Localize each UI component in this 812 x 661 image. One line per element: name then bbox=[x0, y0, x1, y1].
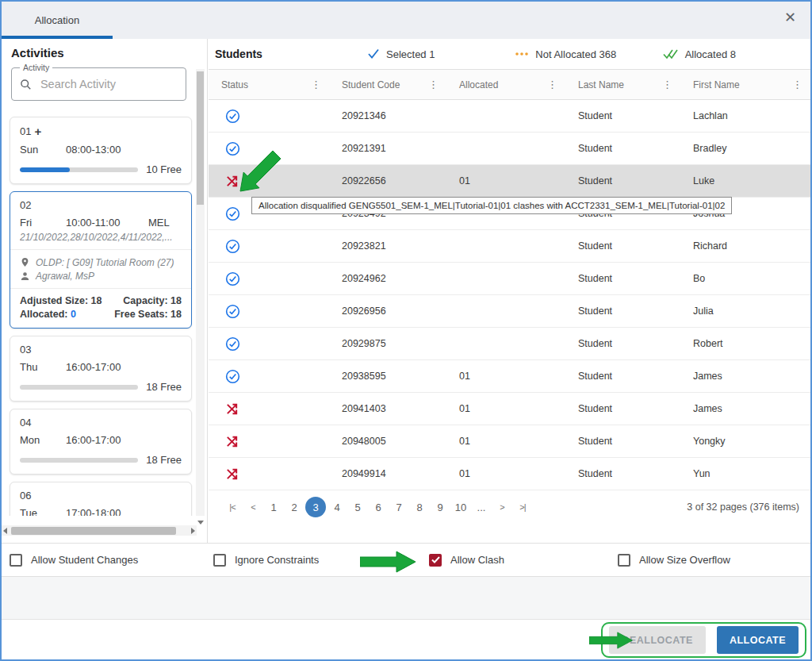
page-number[interactable]: 8 bbox=[410, 497, 429, 517]
scroll-right-icon[interactable] bbox=[191, 528, 195, 534]
checkbox-ignore-constraints[interactable]: Ignore Constraints bbox=[213, 544, 319, 576]
page-number[interactable]: 10 bbox=[451, 497, 470, 517]
student-row[interactable]: 20949914 01 Student Yun bbox=[209, 458, 810, 490]
checkbox-allow-student-changes[interactable]: Allow Student Changes bbox=[10, 544, 138, 576]
kebab-icon[interactable]: ⋮ bbox=[791, 79, 804, 90]
page-number[interactable]: 6 bbox=[369, 497, 388, 517]
allocation-dialog: Allocation ✕ Activities Activity 01 + Su… bbox=[0, 0, 812, 661]
page-ellipsis[interactable]: ... bbox=[472, 497, 491, 517]
double-check-icon bbox=[663, 48, 679, 60]
activity-staff: Agrawal, MsP bbox=[36, 271, 94, 282]
students-table-header: Status ⋮ Student Code ⋮ Allocated ⋮ Last… bbox=[209, 69, 810, 100]
vertical-scrollbar[interactable] bbox=[196, 69, 205, 516]
kebab-icon[interactable]: ⋮ bbox=[427, 79, 440, 90]
person-icon bbox=[20, 271, 30, 282]
add-icon[interactable]: + bbox=[34, 125, 41, 138]
activity-card[interactable]: 02 Fri 10:00-11:00 MEL 21/10/2022,28/10/… bbox=[10, 191, 192, 329]
horizontal-scrollbar[interactable] bbox=[2, 525, 197, 536]
page-next-button[interactable]: > bbox=[492, 497, 511, 517]
activity-card[interactable]: 04 Mon 16:00-17:00 18 Free bbox=[10, 409, 192, 475]
activity-time: 08:00-13:00 bbox=[66, 144, 182, 156]
student-row[interactable]: 20923821 Student Richard bbox=[209, 230, 810, 263]
horizontal-scrollbar-thumb[interactable] bbox=[11, 527, 176, 535]
deallocate-button[interactable]: DEALLOCATE bbox=[609, 626, 706, 654]
cell-student-code: 20923821 bbox=[329, 240, 446, 252]
kebab-icon[interactable]: ⋮ bbox=[309, 79, 323, 90]
kebab-icon[interactable]: ⋮ bbox=[546, 79, 559, 90]
checkbox-box[interactable] bbox=[10, 554, 22, 567]
activity-card[interactable]: 01 + Sun 08:00-13:00 10 Free bbox=[10, 117, 192, 184]
status-clash-icon bbox=[225, 175, 239, 188]
column-header-student-code[interactable]: Student Code ⋮ bbox=[329, 70, 446, 99]
student-row[interactable]: 20929875 Student Robert bbox=[209, 328, 810, 360]
cell-first-name: Bo bbox=[680, 273, 810, 284]
student-row[interactable]: 20941403 01 Student James bbox=[209, 393, 810, 425]
checkbox-box[interactable] bbox=[213, 554, 226, 567]
summary-selected: Selected 1 bbox=[367, 48, 515, 60]
scroll-left-icon[interactable] bbox=[3, 528, 7, 534]
cell-allocated: 01 bbox=[446, 403, 565, 414]
student-row[interactable]: 20924962 Student Bo bbox=[209, 263, 810, 295]
student-row[interactable]: 20926956 Student Julia bbox=[209, 295, 810, 328]
page-number[interactable]: 7 bbox=[389, 497, 408, 517]
student-row[interactable]: 20921391 Student Bradley bbox=[209, 133, 810, 165]
students-title: Students bbox=[215, 48, 367, 60]
page-info: 3 of 32 pages (376 items) bbox=[687, 502, 799, 513]
student-row[interactable]: 20938595 01 Student James bbox=[209, 360, 810, 393]
options-row: Allow Student Changes Ignore Constraints… bbox=[2, 543, 810, 577]
student-row[interactable]: 20948005 01 Student Yongky bbox=[209, 425, 810, 458]
activity-search-field[interactable]: Activity bbox=[11, 67, 186, 101]
status-ok-icon bbox=[225, 206, 240, 221]
tab-allocation[interactable]: Allocation bbox=[2, 2, 113, 39]
page-number[interactable]: 2 bbox=[285, 497, 304, 517]
page-prev-button[interactable]: < bbox=[243, 497, 262, 517]
cell-last-name: Student bbox=[565, 403, 680, 414]
column-header-last-name[interactable]: Last Name ⋮ bbox=[565, 70, 680, 99]
page-number[interactable]: 1 bbox=[264, 497, 283, 517]
page-number-current[interactable]: 3 bbox=[305, 497, 326, 517]
scroll-down-icon[interactable] bbox=[196, 518, 205, 527]
checkbox-allow-size-overflow[interactable]: Allow Size Overflow bbox=[618, 544, 730, 576]
page-number[interactable]: 5 bbox=[348, 497, 367, 517]
checkmark-icon bbox=[431, 556, 440, 563]
status-ok-icon bbox=[225, 271, 240, 286]
search-input[interactable] bbox=[39, 77, 178, 91]
column-header-allocated[interactable]: Allocated ⋮ bbox=[446, 70, 565, 99]
cell-student-code: 20938595 bbox=[329, 371, 446, 382]
activity-day: Thu bbox=[20, 361, 66, 373]
cell-allocated: 01 bbox=[446, 436, 565, 447]
activity-card[interactable]: 03 Thu 16:00-17:00 18 Free bbox=[10, 336, 192, 402]
close-icon[interactable]: ✕ bbox=[784, 10, 796, 25]
allocate-button[interactable]: ALLOCATE bbox=[717, 626, 799, 654]
activity-dates: 21/10/2022,28/10/2022,4/11/2022,... bbox=[20, 232, 182, 243]
page-last-button[interactable]: >| bbox=[513, 497, 532, 517]
summary-allocated: Allocated 8 bbox=[663, 48, 810, 60]
cell-last-name: Student bbox=[565, 240, 680, 252]
summary-allocated-label: Allocated 8 bbox=[685, 48, 736, 60]
kebab-icon[interactable]: ⋮ bbox=[661, 79, 674, 90]
status-clash-icon bbox=[225, 402, 239, 416]
student-row[interactable]: 20921346 Student Lachlan bbox=[209, 100, 810, 133]
column-header-status[interactable]: Status ⋮ bbox=[209, 70, 329, 99]
page-first-button[interactable]: |< bbox=[223, 497, 242, 517]
page-number[interactable]: 9 bbox=[431, 497, 450, 517]
summary-not-allocated: Not Allocated 368 bbox=[515, 48, 662, 60]
cell-last-name: Student bbox=[565, 468, 680, 479]
vertical-scrollbar-thumb[interactable] bbox=[197, 71, 204, 205]
page-number[interactable]: 4 bbox=[327, 497, 347, 517]
activity-progress: 18 Free bbox=[20, 381, 182, 393]
pagination-items: |<<12345678910...>>| bbox=[223, 497, 532, 517]
activity-card[interactable]: 06 Tue 17:00-18:00 18 Free bbox=[10, 482, 192, 516]
checkbox-box[interactable] bbox=[429, 554, 442, 567]
activity-room: OLDP: [ G09] Tutorial Room (27) bbox=[36, 257, 174, 268]
cell-first-name: Richard bbox=[680, 240, 810, 252]
activity-card-list: 01 + Sun 08:00-13:00 10 Free 02 Fri 10:0… bbox=[2, 112, 197, 516]
checkbox-box[interactable] bbox=[618, 554, 630, 567]
activity-code: 04 bbox=[20, 417, 31, 428]
checkbox-allow-clash[interactable]: Allow Clash bbox=[429, 544, 504, 576]
cell-student-code: 20949914 bbox=[329, 468, 446, 479]
cell-allocated: 01 bbox=[446, 371, 565, 382]
column-header-first-name[interactable]: First Name ⋮ bbox=[680, 70, 810, 99]
student-row[interactable]: 20922656 01 Student Luke bbox=[209, 165, 810, 198]
summary-not-allocated-label: Not Allocated 368 bbox=[535, 48, 616, 60]
